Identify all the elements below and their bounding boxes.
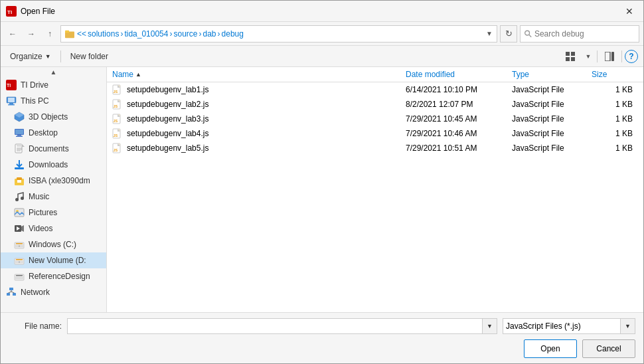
svg-rect-52 [9,288,13,290]
filename-input[interactable] [67,318,483,334]
svg-line-56 [9,292,12,293]
column-header-type[interactable]: Type [512,70,592,79]
js-file-icon: JS [112,114,123,124]
back-button[interactable]: ← [5,26,21,42]
file-type-cell: JavaScript File [512,114,592,124]
file-type-cell: JavaScript File [512,100,592,109]
close-button[interactable]: ✕ [621,3,638,20]
column-header-date[interactable]: Date modified [406,70,512,79]
titlebar: TI Open File ✕ [1,1,643,22]
svg-marker-39 [21,225,24,232]
sidebar-item-ti-drive[interactable]: TI TI Drive [1,77,106,93]
network-icon [6,287,17,298]
column-header-name[interactable]: Name ▲ [112,70,406,79]
file-name-cell: JS setupdebugenv_lab2.js [112,99,406,110]
sidebar-label-windows-c: Windows (C:) [29,240,76,249]
svg-text:JS: JS [114,104,118,108]
new-volume-icon [14,255,25,266]
sidebar-item-windows-c[interactable]: Windows (C:) [1,236,106,252]
sidebar-item-music[interactable]: Music [1,189,106,205]
svg-rect-23 [16,136,23,137]
svg-rect-32 [17,177,22,180]
address-bar-input[interactable]: << solutions › tida_010054 › source › da… [60,25,497,43]
sidebar-item-documents[interactable]: Documents [1,141,106,157]
ti-drive-icon: TI [6,80,17,90]
svg-rect-15 [8,98,15,102]
toolbar-separator-2 [597,50,598,62]
search-box[interactable] [520,25,639,43]
table-row[interactable]: JS setupdebugenv_lab5.js 7/29/2021 10:51… [107,141,643,155]
svg-text:TI: TI [7,83,11,88]
svg-rect-30 [15,167,24,169]
svg-rect-8 [566,57,570,61]
folder-address-icon [65,29,74,39]
sidebar-item-desktop[interactable]: Desktop [1,125,106,141]
svg-line-5 [529,35,531,37]
table-row[interactable]: JS setupdebugenv_lab3.js 7/29/2021 10:45… [107,112,643,126]
table-row[interactable]: JS setupdebugenv_lab1.js 6/14/2021 10:10… [107,82,643,97]
sidebar-item-new-volume[interactable]: New Volume (D: [1,252,106,268]
titlebar-left: TI Open File [6,6,55,17]
cancel-button[interactable]: Cancel [582,339,635,358]
js-file-icon: JS [112,143,123,153]
pictures-icon [14,207,25,218]
svg-rect-53 [7,293,10,296]
search-input[interactable] [534,29,635,39]
svg-point-35 [21,197,24,200]
svg-rect-33 [17,180,21,183]
file-area: Name ▲ Date modified Type Size [107,67,643,312]
file-size-cell: 1 KB [592,129,638,138]
ti-titlebar-icon: TI [6,6,17,17]
filetype-select[interactable]: JavaScript Files (*.js) All Files (*.*) [503,318,621,334]
bottom-bar: File name: ▼ JavaScript Files (*.js) All… [1,312,643,363]
up-button[interactable]: ↑ [42,26,58,42]
isba-icon [14,175,25,186]
svg-rect-21 [15,130,23,134]
sidebar-scroll-up[interactable]: ▲ [1,67,106,77]
sidebar-item-ref-design[interactable]: ReferenceDesign [1,268,106,284]
file-date-cell: 6/14/2021 10:10 PM [406,85,512,94]
column-header-size[interactable]: Size [592,70,638,79]
new-folder-button[interactable]: New folder [66,48,112,64]
svg-text:JS: JS [114,148,118,152]
desktop-icon [14,128,25,138]
svg-rect-25 [17,144,22,147]
table-row[interactable]: JS setupdebugenv_lab4.js 7/29/2021 10:46… [107,126,643,141]
view-dropdown-button[interactable]: ▼ [582,48,594,64]
filetype-select-wrap: JavaScript Files (*.js) All Files (*.*) … [503,318,635,334]
refresh-button[interactable]: ↻ [500,25,517,43]
organize-button[interactable]: Organize ▼ [6,48,55,64]
sidebar-item-isba[interactable]: ISBA (xle3090dm [1,173,106,189]
sidebar-label-documents: Documents [29,144,69,153]
file-size-cell: 1 KB [592,85,638,94]
sidebar-item-downloads[interactable]: Downloads [1,157,106,173]
file-date-cell: 8/2/2021 12:07 PM [406,100,512,109]
videos-icon [14,223,25,234]
sidebar-item-this-pc[interactable]: This PC [1,93,106,109]
sidebar-item-network[interactable]: Network [1,284,106,300]
file-name-cell: JS setupdebugenv_lab3.js [112,114,406,124]
help-button[interactable]: ? [625,50,638,63]
titlebar-title: Open File [21,7,55,16]
forward-button[interactable]: → [23,26,39,42]
svg-point-44 [19,246,20,247]
sidebar: ▲ TI TI Drive [1,67,107,312]
sidebar-label-ref-design: ReferenceDesign [29,272,90,281]
file-date-cell: 7/29/2021 10:45 AM [406,114,512,124]
sidebar-item-videos[interactable]: Videos [1,221,106,236]
table-row[interactable]: JS setupdebugenv_lab2.js 8/2/2021 12:07 … [107,97,643,112]
view-toggle-button[interactable] [561,48,580,64]
address-dropdown-button[interactable]: ▼ [486,30,493,37]
filename-dropdown-button[interactable]: ▼ [483,318,497,334]
pane-icon [605,52,614,61]
preview-pane-button[interactable] [600,48,619,64]
open-button[interactable]: Open [524,339,577,358]
toolbar: Organize ▼ New folder ▼ [1,46,643,67]
file-type-cell: JavaScript File [512,143,592,153]
svg-rect-7 [571,52,575,56]
sidebar-item-pictures[interactable]: Pictures [1,205,106,221]
file-size-cell: 1 KB [592,100,638,109]
sort-arrow-icon: ▲ [135,71,141,78]
sidebar-item-3d-objects[interactable]: 3D Objects [1,109,106,125]
filetype-dropdown-icon: ▼ [621,318,635,334]
